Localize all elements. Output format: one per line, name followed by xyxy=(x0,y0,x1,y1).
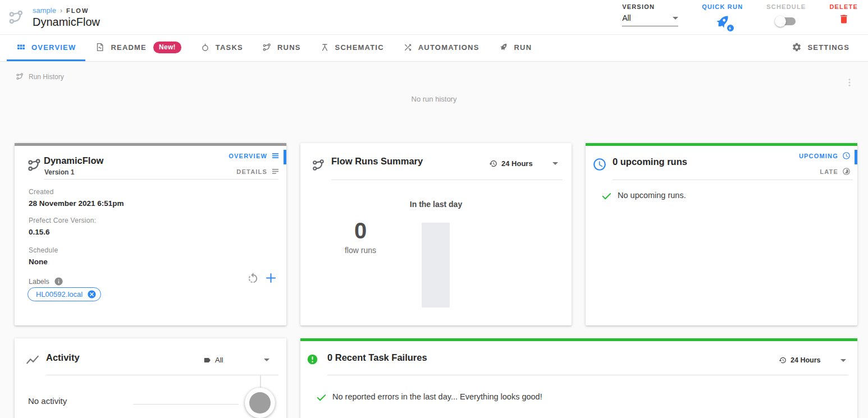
rocket-icon xyxy=(499,42,509,52)
exclamation-circle-icon xyxy=(307,353,318,365)
flow-runs-count: 0 flow runs xyxy=(335,219,386,255)
card-tab-label: LATE xyxy=(820,168,838,175)
clock-icon xyxy=(592,157,607,172)
empty-message: No reported errors in the last day... Ev… xyxy=(332,392,542,401)
app-window: sample › FLOW DynamicFlow VERSION All QU… xyxy=(0,0,868,418)
rocket-icon xyxy=(714,13,732,31)
flow-icon xyxy=(27,158,42,173)
plus-icon xyxy=(264,271,278,285)
upcoming-runs-card: 0 upcoming runs UPCOMING LATE No upcomin… xyxy=(586,143,857,325)
card-title: DynamicFlow xyxy=(44,155,103,166)
tab-overview[interactable]: OVERVIEW xyxy=(7,35,85,61)
flow-version-subtitle: Version 1 xyxy=(44,168,74,176)
run-history-title: Run History xyxy=(29,73,64,81)
menu-bars-icon xyxy=(271,151,280,160)
schedule-label: SCHEDULE xyxy=(766,3,806,10)
field-label: Prefect Core Version: xyxy=(29,217,96,224)
tab-readme[interactable]: README New! xyxy=(85,35,190,61)
flow-runs-icon xyxy=(312,158,326,172)
card-title: Activity xyxy=(46,352,80,363)
run-history-heading: Run History xyxy=(16,72,64,81)
card-tab-overview[interactable]: OVERVIEW xyxy=(229,151,280,160)
field-created: Created 28 November 2021 6:51pm xyxy=(29,188,124,208)
trash-icon xyxy=(838,13,849,25)
flow-details-card: DynamicFlow Version 1 OVERVIEW DETAILS C… xyxy=(15,143,286,325)
card-tab-upcoming[interactable]: UPCOMING xyxy=(799,151,851,160)
field-core-version: Prefect Core Version: 0.15.6 xyxy=(29,217,96,236)
tag-icon xyxy=(203,356,211,364)
flow-runs-icon xyxy=(262,43,272,52)
tab-run[interactable]: RUN xyxy=(489,35,542,61)
run-history-menu-button[interactable] xyxy=(844,77,855,88)
version-label: VERSION xyxy=(622,3,678,10)
history-icon xyxy=(489,159,497,168)
tab-label: RUNS xyxy=(277,43,301,52)
card-tab-details[interactable]: DETAILS xyxy=(236,167,280,176)
remove-label-icon[interactable] xyxy=(87,290,97,299)
tab-settings[interactable]: SETTINGS xyxy=(782,35,859,61)
task-failures-card: 0 Recent Task Failures 24 Hours No repor… xyxy=(300,338,857,418)
divider xyxy=(331,180,563,180)
undo-icon xyxy=(246,272,259,285)
tab-label: SCHEMATIC xyxy=(335,43,384,52)
card-tab-late[interactable]: LATE xyxy=(820,167,851,176)
shuffle-icon xyxy=(403,43,413,52)
tab-bar: OVERVIEW README New! TASKS RUNS SCHEMATI… xyxy=(0,35,868,62)
activity-empty-message: No activity xyxy=(28,396,67,406)
add-label-button[interactable] xyxy=(264,271,278,285)
quick-run-label: QUICK RUN xyxy=(702,3,743,10)
chevron-down-icon xyxy=(264,359,269,361)
activity-filter-select[interactable]: All xyxy=(203,356,269,364)
card-tab-label: DETAILS xyxy=(236,168,267,175)
tab-label: README xyxy=(111,43,147,52)
time-filter-select[interactable]: 24 Hours xyxy=(779,356,846,364)
flow-runs-summary-card: Flow Runs Summary 24 Hours In the last d… xyxy=(300,143,572,325)
reset-labels-button[interactable] xyxy=(246,272,259,285)
timeline-slider-handle[interactable] xyxy=(245,388,275,418)
breadcrumb-project-link[interactable]: sample xyxy=(33,6,56,15)
upcoming-empty-state: No upcoming runs. xyxy=(601,191,686,201)
card-title: 0 upcoming runs xyxy=(613,157,687,167)
empty-bar-chart xyxy=(422,223,450,307)
delete-label: DELETE xyxy=(829,3,858,10)
check-icon xyxy=(316,392,327,403)
task-icon xyxy=(200,43,210,52)
field-label: Schedule xyxy=(29,246,58,254)
active-tab-indicator xyxy=(855,150,857,164)
new-badge: New! xyxy=(153,42,181,53)
breadcrumb: sample › FLOW xyxy=(33,6,100,15)
activity-card: Activity All No activity xyxy=(15,338,286,418)
notes-icon xyxy=(271,167,280,176)
tab-label: AUTOMATIONS xyxy=(418,43,479,52)
tab-label: RUN xyxy=(514,43,532,52)
schedule-toggle[interactable] xyxy=(776,17,796,25)
period-caption: In the last day xyxy=(300,200,572,209)
timelapse-icon xyxy=(842,167,851,176)
trend-line-icon xyxy=(25,353,40,368)
document-icon xyxy=(95,42,105,52)
delete-button[interactable]: DELETE xyxy=(829,3,858,25)
tab-schematic[interactable]: SCHEMATIC xyxy=(310,35,394,61)
count-value: 0 xyxy=(335,219,386,242)
tab-tasks[interactable]: TASKS xyxy=(191,35,253,61)
breadcrumb-current: FLOW xyxy=(66,7,89,14)
grid-icon xyxy=(16,43,26,52)
time-filter-select[interactable]: 24 Hours xyxy=(489,159,558,168)
empty-message: No upcoming runs. xyxy=(618,191,686,200)
run-history-empty-message: No run history xyxy=(0,95,868,103)
quick-run-button[interactable]: QUICK RUN xyxy=(702,3,743,31)
label-chip[interactable]: HL00592.local xyxy=(28,287,101,301)
time-filter-value: 24 Hours xyxy=(791,356,821,364)
tab-automations[interactable]: AUTOMATIONS xyxy=(394,35,489,61)
slider-dot xyxy=(249,392,271,414)
divider xyxy=(46,375,278,375)
field-value: 0.15.6 xyxy=(29,228,96,236)
check-icon xyxy=(601,191,612,201)
toggle-knob xyxy=(775,16,786,27)
version-select[interactable]: VERSION All xyxy=(622,3,678,26)
tab-runs[interactable]: RUNS xyxy=(253,35,310,61)
schematic-icon xyxy=(320,43,330,52)
field-label: Created xyxy=(29,188,124,196)
card-title: 0 Recent Task Failures xyxy=(327,352,427,363)
card-tab-label: UPCOMING xyxy=(799,153,838,159)
